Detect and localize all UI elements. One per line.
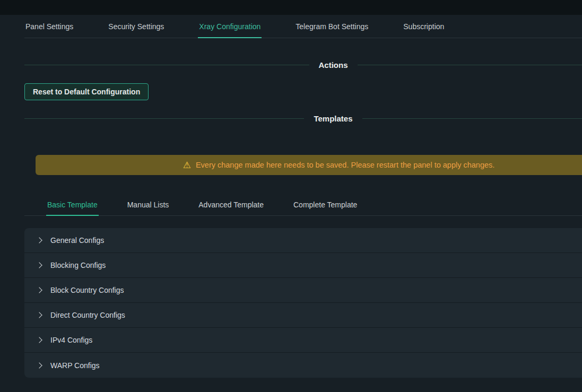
accordion-item-ipv4-configs[interactable]: IPv4 Configs bbox=[24, 328, 582, 353]
chevron-right-icon bbox=[36, 362, 42, 368]
accordion-item-label: Blocking Configs bbox=[50, 261, 106, 269]
restart-warning-banner: ⚠ Every change made here needs to be sav… bbox=[36, 155, 582, 175]
accordion-item-warp-configs[interactable]: WARP Configs bbox=[24, 353, 582, 378]
tab-xray-configuration[interactable]: Xray Configuration bbox=[198, 15, 262, 38]
chevron-right-icon bbox=[36, 337, 42, 343]
chevron-right-icon bbox=[36, 312, 42, 318]
tab-security-settings[interactable]: Security Settings bbox=[107, 15, 165, 38]
divider-line bbox=[24, 65, 309, 65]
accordion-item-label: IPv4 Configs bbox=[50, 336, 92, 344]
template-tab-bar: Basic Template Manual Lists Advanced Tem… bbox=[24, 194, 582, 216]
actions-section-title: Actions bbox=[319, 60, 348, 69]
templates-section-title: Templates bbox=[314, 114, 352, 123]
settings-page: Panel Settings Security Settings Xray Co… bbox=[0, 15, 582, 378]
top-bar bbox=[0, 0, 582, 15]
chevron-right-icon bbox=[36, 237, 42, 243]
actions-divider: Actions bbox=[24, 60, 582, 69]
tab-subscription[interactable]: Subscription bbox=[402, 15, 445, 38]
chevron-right-icon bbox=[36, 262, 42, 268]
accordion-item-label: WARP Configs bbox=[50, 361, 100, 370]
accordion-item-blocking-configs[interactable]: Blocking Configs bbox=[24, 253, 582, 278]
accordion-item-label: Direct Country Configs bbox=[50, 311, 125, 319]
templates-divider: Templates bbox=[24, 114, 582, 123]
divider-line bbox=[362, 118, 582, 119]
accordion-item-label: Block Country Configs bbox=[50, 286, 124, 294]
accordion-item-label: General Configs bbox=[50, 236, 104, 245]
warning-text: Every change made here needs to be saved… bbox=[196, 161, 494, 169]
tab-manual-lists[interactable]: Manual Lists bbox=[126, 194, 170, 215]
reset-to-default-button[interactable]: Reset to Default Configuration bbox=[24, 83, 149, 100]
accordion-item-block-country-configs[interactable]: Block Country Configs bbox=[24, 278, 582, 303]
divider-line bbox=[24, 118, 304, 119]
tab-panel-settings[interactable]: Panel Settings bbox=[24, 15, 74, 38]
config-accordion: General Configs Blocking Configs Block C… bbox=[24, 228, 582, 378]
settings-tab-bar: Panel Settings Security Settings Xray Co… bbox=[24, 15, 582, 38]
divider-line bbox=[358, 65, 582, 65]
tab-basic-template[interactable]: Basic Template bbox=[46, 194, 99, 215]
tab-complete-template[interactable]: Complete Template bbox=[292, 194, 358, 215]
accordion-item-direct-country-configs[interactable]: Direct Country Configs bbox=[24, 303, 582, 328]
tab-telegram-bot-settings[interactable]: Telegram Bot Settings bbox=[294, 15, 369, 38]
warning-triangle-icon: ⚠ bbox=[183, 161, 191, 170]
chevron-right-icon bbox=[36, 287, 42, 293]
tab-advanced-template[interactable]: Advanced Template bbox=[197, 194, 265, 215]
accordion-item-general-configs[interactable]: General Configs bbox=[24, 228, 582, 253]
